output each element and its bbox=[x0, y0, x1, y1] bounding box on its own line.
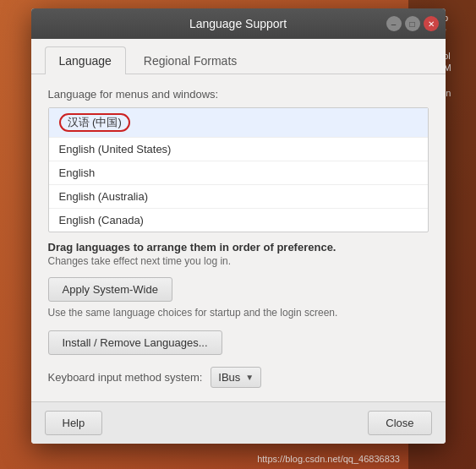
install-remove-button[interactable]: Install / Remove Languages... bbox=[48, 330, 222, 355]
dialog-title: Language Support bbox=[189, 17, 287, 30]
keyboard-label: Keyboard input method system: bbox=[48, 371, 203, 384]
dialog-overlay: Language Support – □ ✕ Language Regional… bbox=[0, 0, 476, 469]
close-button[interactable]: ✕ bbox=[424, 16, 439, 31]
tab-regional-formats[interactable]: Regional Formats bbox=[129, 46, 252, 74]
drag-hint-sub: Changes take effect next time you log in… bbox=[48, 255, 429, 267]
chinese-label: 汉语 (中国) bbox=[59, 113, 130, 132]
main-content: Language for menus and windows: 汉语 (中国) … bbox=[31, 74, 446, 401]
titlebar-controls: – □ ✕ bbox=[386, 16, 439, 31]
drag-hint-bold: Drag languages to arrange them in order … bbox=[48, 241, 429, 254]
drag-hint: Drag languages to arrange them in order … bbox=[48, 241, 429, 267]
dropdown-arrow-icon: ▼ bbox=[245, 373, 254, 382]
startup-hint: Use the same language choices for startu… bbox=[48, 307, 429, 319]
dialog-footer: Help Close bbox=[31, 401, 446, 444]
list-item-english-us[interactable]: English (United States) bbox=[49, 138, 428, 161]
help-button[interactable]: Help bbox=[45, 411, 103, 435]
minimize-button[interactable]: – bbox=[386, 16, 402, 31]
tabs-bar: Language Regional Formats bbox=[31, 39, 446, 74]
dialog-content: Language Regional Formats Language for m… bbox=[31, 39, 446, 401]
tab-language[interactable]: Language bbox=[45, 46, 126, 74]
list-item-english-au[interactable]: English (Australia) bbox=[49, 185, 428, 209]
language-list: 汉语 (中国) English (United States) English … bbox=[48, 107, 429, 232]
keyboard-row: Keyboard input method system: IBus ▼ bbox=[48, 367, 429, 388]
ibus-dropdown[interactable]: IBus ▼ bbox=[211, 367, 261, 388]
list-item-chinese[interactable]: 汉语 (中国) bbox=[49, 108, 428, 138]
maximize-button[interactable]: □ bbox=[405, 16, 420, 31]
dialog-close-button[interactable]: Close bbox=[368, 411, 431, 435]
titlebar: Language Support – □ ✕ bbox=[31, 8, 446, 39]
apply-system-wide-button[interactable]: Apply System-Wide bbox=[48, 277, 172, 302]
list-item-english-ca[interactable]: English (Canada) bbox=[49, 209, 428, 232]
ibus-value: IBus bbox=[218, 371, 240, 384]
language-support-dialog: Language Support – □ ✕ Language Regional… bbox=[31, 8, 446, 444]
section-label: Language for menus and windows: bbox=[48, 88, 429, 101]
list-item-english[interactable]: English bbox=[49, 161, 428, 185]
